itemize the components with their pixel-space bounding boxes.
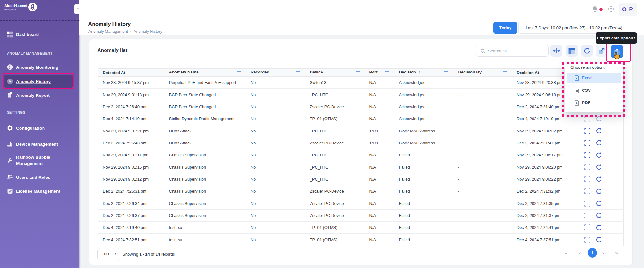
svg-text:x: x [576, 77, 577, 80]
svg-text:A: A [576, 102, 578, 105]
